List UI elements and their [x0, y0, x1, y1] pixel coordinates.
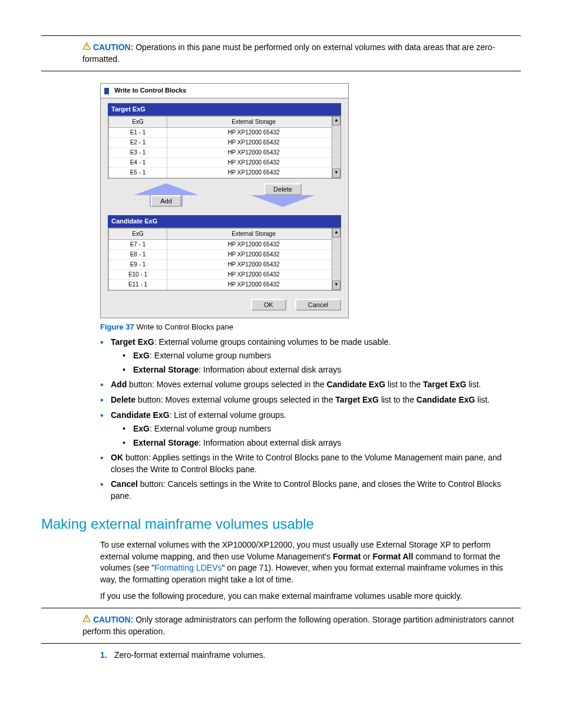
list-item: External Storage: Information about exte… — [123, 437, 521, 449]
list-item: OK button: Applies settings in the Write… — [100, 452, 521, 475]
divider — [41, 608, 521, 608]
step-text: Zero-format external mainframe volumes. — [114, 650, 266, 660]
figure-37: Write to Control Blocks Target ExG ExG E… — [100, 83, 521, 332]
list-item: External Storage: Information about exte… — [123, 364, 521, 376]
add-arrow: Add — [134, 183, 199, 207]
list-item: Cancel button: Cancels settings in the W… — [100, 479, 521, 502]
table-row[interactable]: E11 - 1HP XP12000 65432 — [109, 280, 340, 290]
table-row[interactable]: E4 - 1HP XP12000 65432 — [109, 157, 340, 167]
svg-rect-5 — [86, 620, 87, 621]
table-row[interactable]: E9 - 1HP XP12000 65432 — [109, 260, 340, 270]
col-exg: ExG — [109, 116, 167, 127]
list-item: 1. Zero-format external mainframe volume… — [100, 650, 521, 661]
target-table: ExG External Storage E1 - 1HP XP12000 65… — [108, 116, 341, 179]
caution-text: Operations in this pane must be performe… — [82, 42, 495, 64]
col-storage: External Storage — [167, 116, 340, 127]
caution-text: Only storage administrators can perform … — [82, 615, 514, 636]
description-list: Target ExG: External volume groups conta… — [100, 337, 521, 502]
section-heading: Making external mainframe volumes usable — [41, 514, 521, 534]
target-exg-header: Target ExG — [108, 103, 341, 116]
caution-1: CAUTION: Operations in this pane must be… — [82, 42, 521, 65]
figure-caption-text: Write to Control Blocks pane — [136, 322, 233, 331]
candidate-table: ExG External Storage E7 - 1HP XP12000 65… — [108, 228, 341, 291]
window-titlebar: Write to Control Blocks — [101, 84, 348, 98]
caution-label: CAUTION: — [93, 615, 133, 624]
svg-rect-1 — [86, 45, 87, 47]
scroll-up-icon[interactable]: ▲ — [332, 116, 340, 126]
table-row[interactable]: E10 - 1HP XP12000 65432 — [109, 270, 340, 280]
title-icon — [104, 88, 109, 94]
add-button[interactable]: Add — [151, 195, 181, 207]
scrollbar[interactable]: ▲ ▼ — [332, 228, 340, 290]
table-row[interactable]: E1 - 1HP XP12000 65432 — [109, 127, 340, 137]
link-formatting-ldevs[interactable]: Formatting LDEVs — [154, 563, 222, 572]
caution-2: CAUTION: Only storage administrators can… — [82, 614, 521, 637]
paragraph: To use external volumes with the XP10000… — [100, 539, 521, 585]
figure-label: Figure 37 — [100, 322, 134, 331]
figure-caption: Figure 37 Write to Control Blocks pane — [100, 322, 521, 332]
scrollbar[interactable]: ▲ ▼ — [332, 116, 340, 178]
table-row[interactable]: E7 - 1HP XP12000 65432 — [109, 240, 340, 250]
divider — [41, 643, 521, 644]
col-storage: External Storage — [167, 229, 340, 240]
candidate-exg-header: Candidate ExG — [108, 215, 341, 228]
divider — [41, 35, 521, 36]
scroll-down-icon[interactable]: ▼ — [332, 169, 340, 178]
paragraph: If you use the following procedure, you … — [100, 591, 521, 602]
divider — [41, 71, 521, 71]
delete-button[interactable]: Delete — [264, 183, 302, 195]
window-title: Write to Control Blocks — [114, 87, 186, 94]
list-item: ExG: External volume group numbers — [123, 423, 521, 435]
caution-icon — [82, 42, 91, 54]
table-row[interactable]: E8 - 1HP XP12000 65432 — [109, 250, 340, 260]
list-item: Add button: Moves external volume groups… — [100, 379, 521, 391]
procedure-list: 1. Zero-format external mainframe volume… — [100, 650, 521, 661]
ok-button[interactable]: OK — [251, 299, 286, 311]
caution-icon — [82, 614, 91, 626]
table-row[interactable]: E5 - 1HP XP12000 65432 — [109, 167, 340, 177]
table-row[interactable]: E3 - 1HP XP12000 65432 — [109, 147, 340, 157]
list-item: Delete button: Moves external volume gro… — [100, 394, 521, 406]
svg-rect-4 — [86, 617, 87, 620]
svg-rect-2 — [86, 48, 87, 48]
list-item: Target ExG: External volume groups conta… — [100, 337, 521, 376]
list-item: ExG: External volume group numbers — [123, 350, 521, 362]
scroll-up-icon[interactable]: ▲ — [332, 228, 340, 238]
screenshot-pane: Write to Control Blocks Target ExG ExG E… — [100, 83, 349, 318]
table-row[interactable]: E2 - 1HP XP12000 65432 — [109, 137, 340, 147]
col-exg: ExG — [109, 229, 167, 240]
step-number: 1. — [100, 650, 107, 661]
list-item: Candidate ExG: List of external volume g… — [100, 410, 521, 449]
scroll-down-icon[interactable]: ▼ — [332, 281, 340, 290]
delete-arrow: Delete — [250, 183, 315, 207]
caution-label: CAUTION: — [93, 42, 133, 52]
cancel-button[interactable]: Cancel — [295, 299, 341, 311]
